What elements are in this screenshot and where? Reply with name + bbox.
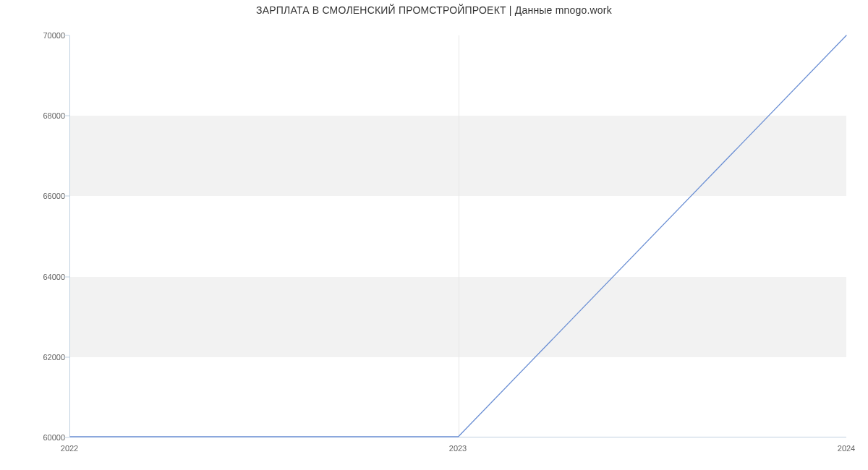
y-tick-label: 60000 xyxy=(7,433,65,442)
y-tick-label: 66000 xyxy=(7,192,65,200)
line-series xyxy=(70,35,846,437)
y-tick-mark xyxy=(64,437,69,438)
x-tick-label: 2024 xyxy=(838,444,855,453)
y-tick-mark xyxy=(64,276,69,277)
y-tick-label: 68000 xyxy=(7,111,65,120)
y-tick-mark xyxy=(64,116,69,116)
plot-area xyxy=(69,35,846,437)
x-tick-label: 2022 xyxy=(61,444,78,453)
y-tick-mark xyxy=(64,196,69,197)
y-tick-label: 70000 xyxy=(7,31,65,40)
x-tick-label: 2023 xyxy=(449,444,467,453)
y-tick-label: 64000 xyxy=(7,273,65,281)
chart-container: ЗАРПЛАТА В СМОЛЕНСКИЙ ПРОМСТРОЙПРОЕКТ | … xyxy=(0,0,868,470)
y-tick-mark xyxy=(64,356,69,357)
y-tick-mark xyxy=(64,35,69,36)
chart-title: ЗАРПЛАТА В СМОЛЕНСКИЙ ПРОМСТРОЙПРОЕКТ | … xyxy=(0,4,868,16)
y-tick-label: 62000 xyxy=(7,353,65,362)
